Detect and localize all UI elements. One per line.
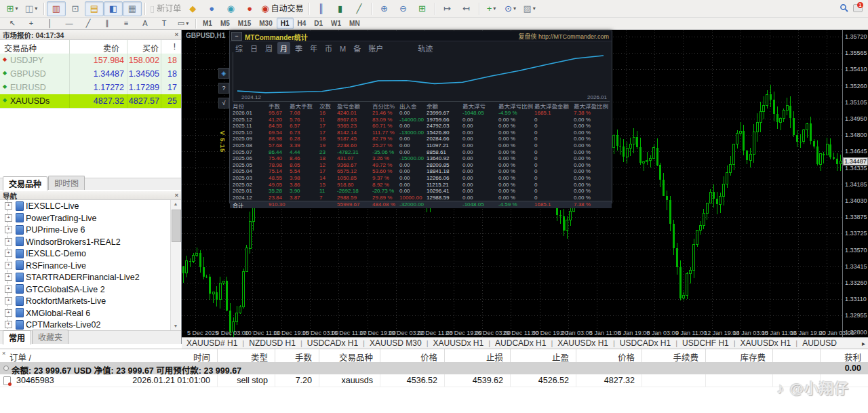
- new-chart-button[interactable]: ⊞▾: [3, 1, 22, 16]
- chart-tab-XAUUSDx-H1[interactable]: XAUUSDx H1: [429, 338, 489, 348]
- stats-brand-link[interactable]: 复盘侠 http://MTCommander.com: [518, 32, 609, 41]
- chart-tab-USDCADx-H1[interactable]: USDCADx H1: [302, 338, 363, 348]
- timeframe-m15-button[interactable]: M15: [234, 18, 255, 29]
- text-tool-button[interactable]: A: [136, 18, 155, 29]
- account-item[interactable]: +PUPrime-Live 6: [0, 224, 170, 236]
- market-watch-row[interactable]: ◆USDJPY157.984158.00218: [0, 54, 181, 68]
- market-watch-button[interactable]: ▥: [47, 1, 66, 16]
- timeframe-m30-button[interactable]: M30: [255, 18, 276, 29]
- periods-button[interactable]: ⊙▾: [501, 1, 520, 16]
- cursor-button[interactable]: ↖: [3, 18, 22, 29]
- chart-tab-USDCHF-H1[interactable]: USDCHF H1: [677, 338, 734, 348]
- order-row[interactable]: 304659832026.01.21 01:01:00sell stop7.20…: [0, 374, 868, 387]
- tab-交易品种[interactable]: 交易品种: [3, 176, 47, 191]
- horizontal-line-button[interactable]: —: [60, 18, 79, 29]
- chevron-down-icon[interactable]: ▾: [493, 6, 496, 12]
- chart-tab-XAUUSDx-H1[interactable]: XAUUSDx H1: [553, 338, 613, 348]
- timeframe-d1-button[interactable]: D1: [310, 18, 327, 29]
- trendline-button[interactable]: ╱: [79, 18, 98, 29]
- candle-chart-mode-button[interactable]: ▮: [331, 1, 350, 16]
- expand-plus-icon[interactable]: +: [5, 262, 12, 269]
- account-item[interactable]: +GTCGlobalSA-Live 2: [0, 283, 170, 296]
- timeframe-m5-button[interactable]: M5: [216, 18, 234, 29]
- new-order-button[interactable]: ▯新订单: [148, 1, 183, 16]
- stats-titlebar[interactable]: − MTCommander统计 复盘侠 http://MTCommander.c…: [230, 31, 612, 41]
- expand-plus-icon[interactable]: +: [5, 273, 12, 281]
- account-item[interactable]: +IEXSLLC-Demo: [0, 248, 170, 260]
- equidistant-channel-button[interactable]: ∥: [98, 18, 117, 29]
- chart-tab-NZDUSD-H1[interactable]: NZDUSD H1: [244, 338, 300, 348]
- expand-plus-icon[interactable]: +: [5, 321, 12, 328]
- chevron-down-icon[interactable]: ▾: [186, 21, 189, 26]
- fibonacci-button[interactable]: ≡: [117, 18, 136, 29]
- scroll-down-icon[interactable]: ▼: [171, 322, 180, 330]
- auto-trading-button[interactable]: ◉自动交易: [259, 1, 305, 16]
- account-item[interactable]: +RockfortMarkets-Live: [0, 295, 170, 307]
- navigator-close-icon[interactable]: ×: [175, 192, 178, 199]
- metaeditor-button[interactable]: ◆: [183, 1, 202, 16]
- expand-plus-icon[interactable]: +: [5, 226, 12, 233]
- expand-plus-icon[interactable]: +: [5, 202, 12, 210]
- zoom-out-button[interactable]: ⊖: [394, 1, 413, 16]
- account-item[interactable]: +XMGlobal-Real 6: [0, 307, 170, 319]
- timeframe-h1-button[interactable]: H1: [277, 18, 294, 29]
- scrollbar-thumb[interactable]: [172, 210, 181, 242]
- terminal-toggle-button[interactable]: ▦: [123, 1, 142, 16]
- scroll-up-icon[interactable]: ▲: [171, 200, 180, 208]
- expand-plus-icon[interactable]: +: [5, 286, 12, 293]
- zoom-in-button[interactable]: ⊕: [375, 1, 394, 16]
- bar-chart-mode-button[interactable]: ║: [312, 1, 331, 16]
- chevron-down-icon[interactable]: ▾: [15, 6, 18, 12]
- stats-side-button-0[interactable]: ◈: [218, 68, 229, 79]
- chart-tab-AUDCADx-H1[interactable]: AUDCADx H1: [490, 338, 551, 348]
- expand-plus-icon[interactable]: +: [5, 238, 12, 245]
- chart-tab-XAUUSD-M30[interactable]: XAUUSD M30: [365, 338, 427, 348]
- tab-即时图[interactable]: 即时图: [48, 176, 85, 190]
- navigator-button[interactable]: ▤: [85, 1, 104, 16]
- chart-tab-AUDUSD[interactable]: AUDUSD: [797, 338, 842, 348]
- indicators-button[interactable]: +▾: [482, 1, 501, 16]
- templates-button[interactable]: ▨▾: [520, 1, 539, 16]
- timeframe-m1-button[interactable]: M1: [199, 18, 216, 29]
- account-item[interactable]: +WindsorBrokers1-REAL2: [0, 236, 170, 248]
- community-button[interactable]: ●: [240, 1, 259, 16]
- account-item[interactable]: +CPTMarkets-Live02: [0, 319, 170, 330]
- market-web-button[interactable]: ◉: [221, 1, 240, 16]
- search-icon[interactable]: [840, 3, 848, 12]
- stats-minimize-button[interactable]: −: [231, 32, 242, 41]
- data-window-button[interactable]: ⊡: [66, 1, 85, 16]
- market-watch-close-icon[interactable]: ×: [175, 31, 178, 38]
- timeframe-mn-button[interactable]: MN: [345, 18, 364, 29]
- navigator-scrollbar[interactable]: ▲ ▼: [170, 200, 180, 330]
- chart-shell-button[interactable]: ◧: [104, 1, 123, 16]
- expand-plus-icon[interactable]: +: [5, 309, 12, 317]
- expand-plus-icon[interactable]: +: [5, 297, 12, 304]
- time-axis[interactable]: 5 Dec 20259 Dec 03:0010 Dec 11:0011 Dec …: [182, 328, 842, 337]
- tab-收藏夹[interactable]: 收藏夹: [32, 330, 68, 344]
- account-item[interactable]: +PowerTrading-Live: [0, 212, 170, 224]
- chart-shift-button[interactable]: ↤: [457, 1, 476, 16]
- balance-row[interactable]: 余额: 23 999.67 USD 净值: 23 999.67 可用预付款: 2…: [0, 362, 868, 374]
- tile-windows-button[interactable]: ⊞: [413, 1, 432, 16]
- account-item[interactable]: +STARTRADERFinancial-Live2: [0, 271, 170, 283]
- shapes-button[interactable]: ▭▾: [174, 18, 193, 29]
- auto-scroll-button[interactable]: ↦: [438, 1, 457, 16]
- chevron-down-icon[interactable]: ▾: [513, 6, 516, 12]
- chevron-down-icon[interactable]: ▾: [533, 6, 536, 12]
- label-tool-button[interactable]: T: [155, 18, 174, 29]
- stats-side-button-2[interactable]: √: [218, 98, 229, 109]
- stats-side-button-1[interactable]: ?: [218, 83, 229, 94]
- account-item[interactable]: +IEXSLLC-Live: [0, 200, 170, 212]
- timeframe-h4-button[interactable]: H4: [294, 18, 311, 29]
- price-axis[interactable]: 1.34487 1.357201.355651.354101.352601.35…: [842, 30, 868, 337]
- chart-tab-XAUUSD-H1[interactable]: XAUUSD# H1: [182, 338, 242, 348]
- market-watch-row[interactable]: ◆EURUSD1.172721.1728917: [0, 81, 181, 95]
- market-watch-row[interactable]: ◆GBPUSD1.344871.3450518: [0, 67, 181, 81]
- chevron-down-icon[interactable]: ▾: [35, 6, 37, 12]
- timeframe-w1-button[interactable]: W1: [327, 18, 345, 29]
- tab-scroll-right-icon[interactable]: ▸: [862, 340, 865, 347]
- expand-plus-icon[interactable]: +: [5, 214, 12, 222]
- profiles-button[interactable]: ◫▾: [22, 1, 41, 16]
- line-chart-mode-button[interactable]: ╱: [350, 1, 369, 16]
- crosshair-button[interactable]: +: [22, 18, 41, 29]
